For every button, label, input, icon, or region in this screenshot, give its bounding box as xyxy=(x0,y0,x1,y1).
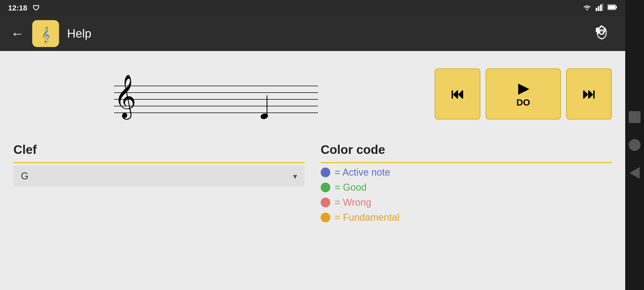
color-dot xyxy=(321,183,330,192)
color-code-divider xyxy=(321,162,612,163)
app-icon: 𝄞 xyxy=(32,20,59,47)
buttons-row: ⏮ ▶ DO ⏭ xyxy=(435,68,612,119)
settings-button[interactable] xyxy=(594,25,609,43)
top-section: 𝄞 ⏮ ▶ DO ⏭ xyxy=(13,59,612,129)
svg-rect-6 xyxy=(616,6,617,8)
prev-button[interactable]: ⏮ xyxy=(435,68,480,119)
toolbar-title: Help xyxy=(67,27,589,40)
color-code-title: Color code xyxy=(321,142,612,157)
clef-section: Clef G ▾ xyxy=(13,142,305,223)
svg-rect-2 xyxy=(598,6,599,11)
bottom-section: Clef G ▾ Color code = Active note= Good=… xyxy=(13,142,612,223)
svg-rect-1 xyxy=(596,8,597,11)
chevron-down-icon: ▾ xyxy=(293,172,297,181)
side-panel xyxy=(625,0,644,290)
color-dot xyxy=(321,213,330,222)
app-container: 12:18 🛡 xyxy=(0,0,625,290)
side-circle-button[interactable] xyxy=(629,139,641,151)
status-left: 12:18 🛡 xyxy=(8,4,40,12)
color-items-list: = Active note= Good= Wrong= Fundamental xyxy=(321,167,612,223)
content: 𝄞 ⏮ ▶ DO ⏭ xyxy=(0,51,625,290)
prev-icon: ⏮ xyxy=(451,86,464,102)
color-code-section: Color code = Active note= Good= Wrong= F… xyxy=(321,142,612,223)
control-buttons: ⏮ ▶ DO ⏭ xyxy=(435,59,612,129)
svg-text:𝄞: 𝄞 xyxy=(114,75,136,120)
play-button[interactable]: ▶ DO xyxy=(486,68,561,119)
svg-point-0 xyxy=(587,9,588,10)
color-item: = Wrong xyxy=(321,197,612,208)
color-item: = Active note xyxy=(321,167,612,178)
battery-icon xyxy=(608,4,617,12)
color-item-label: = Fundamental xyxy=(335,212,399,223)
clef-title: Clef xyxy=(13,142,305,157)
toolbar: ← 𝄞 Help xyxy=(0,16,625,51)
play-icon: ▶ xyxy=(518,81,528,96)
svg-text:𝄞: 𝄞 xyxy=(42,27,50,43)
color-dot xyxy=(321,198,330,207)
back-button[interactable]: ← xyxy=(8,23,27,44)
clef-value: G xyxy=(21,171,28,182)
svg-rect-3 xyxy=(600,5,602,11)
play-label: DO xyxy=(517,97,530,108)
clef-dropdown[interactable]: G ▾ xyxy=(13,166,305,187)
color-item-label: = Active note xyxy=(335,167,390,178)
staff-area: 𝄞 xyxy=(13,59,419,129)
side-square-button[interactable] xyxy=(629,111,641,123)
shield-icon: 🛡 xyxy=(33,4,40,12)
signal-icon xyxy=(596,3,603,13)
next-icon: ⏭ xyxy=(582,86,596,102)
clef-divider xyxy=(13,162,305,163)
side-back-button[interactable] xyxy=(630,167,640,179)
color-dot xyxy=(321,168,330,177)
status-right xyxy=(583,3,617,13)
color-item: = Good xyxy=(321,182,612,193)
status-bar: 12:18 🛡 xyxy=(0,0,625,16)
staff-svg: 𝄞 xyxy=(87,64,345,124)
color-item-label: = Good xyxy=(335,182,367,193)
svg-rect-4 xyxy=(602,3,603,11)
wifi-icon xyxy=(583,3,591,13)
time-display: 12:18 xyxy=(8,4,27,12)
color-item-label: = Wrong xyxy=(335,197,371,208)
color-item: = Fundamental xyxy=(321,212,612,223)
svg-rect-7 xyxy=(608,5,615,9)
next-button[interactable]: ⏭ xyxy=(566,68,612,119)
